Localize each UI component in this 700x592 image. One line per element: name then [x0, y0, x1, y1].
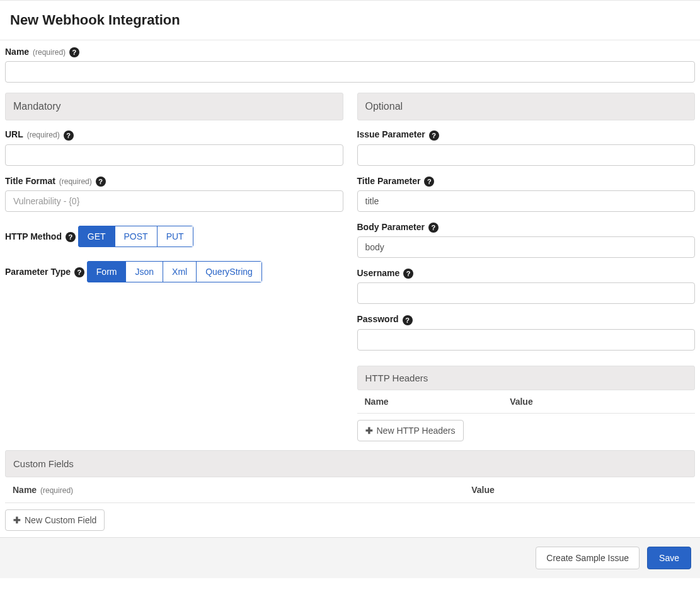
parameter-type-option-json[interactable]: Json — [126, 261, 163, 282]
help-icon[interactable]: ? — [74, 267, 84, 277]
url-label: URL — [5, 129, 23, 139]
parameter-type-option-form[interactable]: Form — [87, 261, 127, 282]
cf-name-note: (required) — [40, 486, 73, 495]
http-method-option-put[interactable]: PUT — [158, 226, 193, 247]
parameter-type-label: Parameter Type — [5, 267, 71, 277]
help-icon[interactable]: ? — [66, 232, 76, 242]
optional-header: Optional — [357, 93, 696, 120]
username-input[interactable] — [357, 282, 696, 304]
two-column-layout: Mandatory URL (required) ? Title Format … — [5, 93, 695, 441]
page-wrapper: New Webhook Integration Name (required) … — [0, 0, 700, 578]
password-label: Password — [357, 314, 399, 324]
name-input[interactable] — [5, 61, 695, 83]
username-group: Username ? — [357, 268, 696, 304]
save-button[interactable]: Save — [647, 547, 691, 569]
name-label: Name — [5, 47, 29, 57]
new-custom-field-button[interactable]: ✚ New Custom Field — [5, 509, 105, 531]
new-custom-field-label: New Custom Field — [25, 515, 96, 525]
mandatory-header: Mandatory — [5, 93, 343, 120]
http-method-group: HTTP Method ? GETPOSTPUT — [5, 222, 343, 247]
optional-column: Optional Issue Parameter ? Title Paramet… — [357, 93, 696, 441]
url-required-note: (required) — [27, 131, 60, 139]
help-icon[interactable]: ? — [403, 269, 413, 279]
plus-icon: ✚ — [365, 426, 373, 435]
custom-fields-col-value: Value — [471, 485, 687, 495]
custom-fields-columns-row: Name (required) Value — [5, 477, 695, 503]
http-headers-col-name: Name — [365, 397, 510, 407]
http-method-option-get[interactable]: GET — [78, 226, 115, 247]
help-icon[interactable]: ? — [69, 47, 79, 57]
issue-parameter-group: Issue Parameter ? — [357, 129, 696, 165]
http-method-label: HTTP Method — [5, 231, 62, 241]
name-required-note: (required) — [33, 48, 66, 57]
title-format-required-note: (required) — [59, 177, 92, 186]
body-parameter-label: Body Parameter — [357, 222, 425, 232]
issue-parameter-label: Issue Parameter — [357, 129, 425, 139]
help-icon[interactable]: ? — [428, 223, 439, 233]
http-method-option-post[interactable]: POST — [115, 226, 158, 247]
page-title: New Webhook Integration — [10, 12, 690, 28]
help-icon[interactable]: ? — [96, 177, 106, 187]
parameter-type-group: Parameter Type ? FormJsonXmlQueryString — [5, 257, 343, 282]
parameter-type-buttons: FormJsonXmlQueryString — [87, 261, 262, 282]
title-format-label: Title Format — [5, 176, 55, 186]
new-http-headers-button[interactable]: ✚ New HTTP Headers — [357, 420, 464, 441]
issue-parameter-input[interactable] — [357, 144, 696, 166]
http-headers-table-header: Name Value — [357, 390, 696, 414]
url-input[interactable] — [5, 144, 343, 166]
username-label: Username — [357, 268, 400, 278]
url-group: URL (required) ? — [5, 129, 343, 165]
title-format-group: Title Format (required) ? — [5, 176, 343, 212]
parameter-type-option-querystring[interactable]: QueryString — [197, 261, 262, 282]
name-group: Name (required) ? — [5, 47, 695, 83]
mandatory-column: Mandatory URL (required) ? Title Format … — [5, 93, 343, 441]
help-icon[interactable]: ? — [403, 315, 413, 325]
create-sample-issue-button[interactable]: Create Sample Issue — [536, 547, 640, 569]
panel-body: Name (required) ? Mandatory URL (require… — [0, 40, 700, 531]
password-group: Password ? — [357, 314, 696, 350]
help-icon[interactable]: ? — [64, 131, 74, 141]
cf-name-label: Name — [13, 485, 37, 495]
title-parameter-input[interactable] — [357, 190, 696, 212]
help-icon[interactable]: ? — [424, 177, 434, 187]
body-parameter-input[interactable] — [357, 236, 696, 258]
title-format-input[interactable] — [5, 190, 343, 212]
custom-fields-section: Custom Fields Name (required) Value ✚ Ne… — [5, 450, 695, 531]
http-headers-header: HTTP Headers — [357, 366, 696, 390]
panel-header: New Webhook Integration — [0, 0, 700, 40]
password-input[interactable] — [357, 329, 696, 351]
custom-fields-header: Custom Fields — [5, 450, 695, 477]
parameter-type-option-xml[interactable]: Xml — [163, 261, 197, 282]
http-method-buttons: GETPOSTPUT — [78, 226, 193, 247]
plus-icon: ✚ — [13, 516, 21, 525]
body-parameter-group: Body Parameter ? — [357, 222, 696, 258]
custom-fields-col-name: Name (required) — [13, 485, 471, 495]
footer: Create Sample Issue Save — [0, 537, 700, 578]
title-parameter-label: Title Parameter — [357, 176, 421, 186]
title-parameter-group: Title Parameter ? — [357, 176, 696, 212]
new-http-headers-label: New HTTP Headers — [377, 426, 456, 436]
http-headers-col-value: Value — [510, 397, 687, 407]
help-icon[interactable]: ? — [429, 131, 439, 141]
